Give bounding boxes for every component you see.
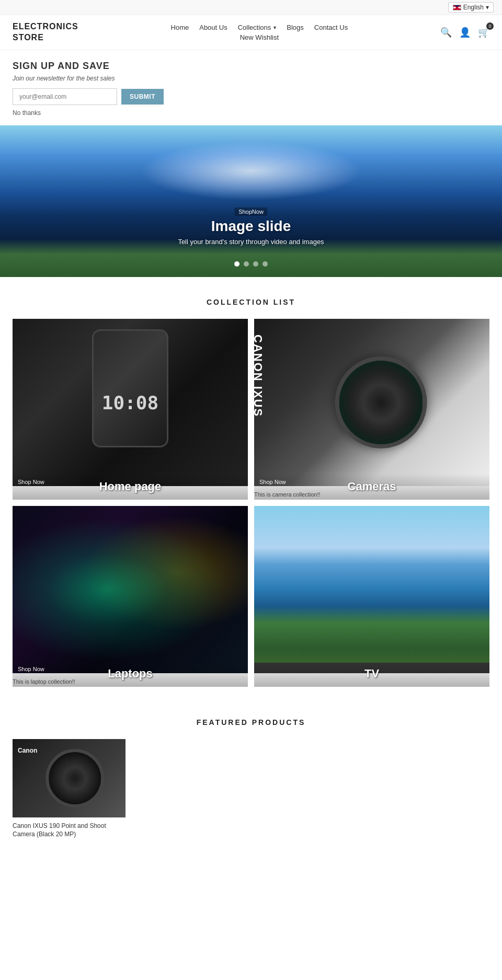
collection-shop-now-home[interactable]: Shop Now — [18, 479, 44, 485]
product-title-canon-ixus: Canon IXUS 190 Point and Shoot Camera (B… — [13, 822, 126, 839]
signup-subtitle: Join our newsletter for the best sales — [13, 75, 489, 82]
cart-icon[interactable]: 🛒 0 — [478, 27, 489, 38]
collection-section: COLLECTION LIST Shop Now Home page Shop … — [0, 277, 502, 697]
product-img-canon-ixus — [13, 739, 126, 817]
flag-icon — [453, 5, 461, 10]
nav-about-us[interactable]: About Us — [199, 24, 227, 31]
nav-new-wishlist[interactable]: New Wishlist — [240, 33, 279, 41]
collection-name-cameras: Cameras — [260, 480, 483, 493]
collection-img-tv — [254, 506, 489, 673]
hero-subtitle: Tell your brand's story through video an… — [178, 238, 324, 246]
collection-overlay-laptops: Shop Now Laptops — [13, 661, 248, 687]
collection-overlay-cameras: Shop Now Cameras — [254, 474, 489, 500]
products-grid: Canon IXUS 190 Point and Shoot Camera (B… — [13, 739, 489, 839]
lang-dropdown-arrow: ▾ — [486, 4, 489, 11]
collection-name-tv: TV — [260, 667, 483, 681]
collection-shop-now-laptops[interactable]: Shop Now — [18, 666, 44, 672]
collection-shop-now-cameras[interactable]: Shop Now — [259, 479, 286, 485]
collection-img-camera — [254, 319, 489, 486]
product-card-canon-ixus[interactable]: Canon IXUS 190 Point and Shoot Camera (B… — [13, 739, 126, 839]
hero-content: ShopNow Image slide Tell your brand's st… — [178, 207, 324, 246]
language-label: English — [463, 4, 484, 11]
nav-top-row: Home About Us Collections Blogs Contact … — [171, 24, 348, 31]
collection-item-laptops[interactable]: Shop Now Laptops This is laptop collecti… — [13, 506, 248, 687]
no-thanks-link[interactable]: No thanks — [13, 109, 489, 117]
collection-grid: Shop Now Home page Shop Now Cameras This… — [13, 319, 489, 687]
nav-contact-us[interactable]: Contact Us — [314, 24, 348, 31]
collection-item-home-page[interactable]: Shop Now Home page — [13, 319, 248, 500]
hero-slider: ShopNow Image slide Tell your brand's st… — [0, 125, 502, 277]
collection-item-tv[interactable]: TV — [254, 506, 489, 687]
search-icon[interactable]: 🔍 — [440, 27, 452, 38]
collection-overlay-home: Shop Now Home page — [13, 474, 248, 500]
logo[interactable]: ELECTRONICS STORE — [13, 21, 78, 43]
user-icon[interactable]: 👤 — [459, 27, 471, 38]
signup-section: SIGN UP AND SAVE Join our newsletter for… — [0, 50, 502, 125]
collection-img-laptop — [13, 506, 248, 673]
top-bar: English ▾ — [0, 0, 502, 15]
nav-blogs[interactable]: Blogs — [287, 24, 304, 31]
email-input[interactable] — [13, 88, 117, 105]
collection-overlay-tv: TV — [254, 661, 489, 687]
signup-form: SUBMIT — [13, 88, 489, 105]
hero-shop-now[interactable]: ShopNow — [234, 207, 268, 216]
nav-bottom-row: New Wishlist — [240, 33, 279, 41]
collection-name-laptops: Laptops — [19, 667, 242, 681]
nav-collections-link[interactable]: Collections — [238, 24, 271, 31]
hero-dot-1[interactable] — [234, 261, 239, 267]
submit-button[interactable]: SUBMIT — [121, 89, 164, 105]
hero-dots — [234, 261, 268, 267]
featured-section: FEATURED PRODUCTS Canon IXUS 190 Point a… — [0, 697, 502, 850]
hero-title: Image slide — [178, 218, 324, 235]
collection-img-phone — [13, 319, 248, 486]
hero-dot-2[interactable] — [244, 261, 249, 267]
main-nav: Home About Us Collections Blogs Contact … — [171, 24, 348, 41]
header: ELECTRONICS STORE Home About Us Collecti… — [0, 15, 502, 50]
collection-name-home: Home page — [19, 480, 242, 493]
hero-background — [0, 125, 502, 277]
collection-section-title: COLLECTION LIST — [13, 298, 489, 306]
nav-home[interactable]: Home — [171, 24, 189, 31]
language-selector[interactable]: English ▾ — [448, 2, 494, 13]
signup-title: SIGN UP AND SAVE — [13, 61, 489, 72]
nav-collections[interactable]: Collections — [238, 24, 277, 31]
hero-dot-4[interactable] — [263, 261, 268, 267]
header-icons: 🔍 👤 🛒 0 — [440, 27, 489, 38]
featured-section-title: FEATURED PRODUCTS — [13, 718, 489, 727]
hero-dot-3[interactable] — [253, 261, 258, 267]
collection-item-cameras[interactable]: Shop Now Cameras This is camera collecti… — [254, 319, 489, 500]
cart-badge: 0 — [486, 22, 494, 30]
